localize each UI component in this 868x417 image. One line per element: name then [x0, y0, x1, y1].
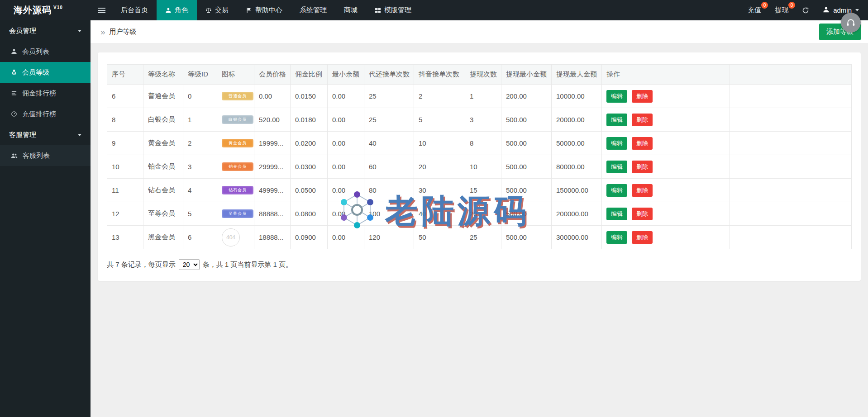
delete-button[interactable]: 删除 — [632, 184, 653, 197]
top-navbar: 海外源码 V10 后台首页角色交易帮助中心系统管理商城模版管理 充值 0 提现 … — [0, 0, 868, 20]
nav-item-系统管理[interactable]: 系统管理 — [291, 0, 335, 20]
refresh-icon[interactable] — [802, 7, 809, 14]
nav-item-帮助中心[interactable]: 帮助中心 — [237, 0, 291, 20]
cell-min_balance: 0.00 — [328, 108, 364, 132]
cell-wmax: 50000.00 — [552, 132, 602, 155]
table-row: 6普通会员0普通会员0.000.01500.002521200.0010000.… — [107, 85, 852, 108]
cell-wmin: 500.00 — [501, 155, 552, 179]
recharge-button[interactable]: 充值 0 — [748, 6, 761, 14]
nav-item-label: 商城 — [344, 6, 358, 14]
sidebar-item-label: 会员等级 — [22, 68, 49, 77]
menu-toggle-icon[interactable] — [91, 0, 112, 20]
level-badge-icon: 白银会员 — [222, 115, 253, 124]
delete-button[interactable]: 删除 — [632, 90, 653, 103]
withdraw-button[interactable]: 提现 0 — [775, 6, 788, 14]
breadcrumb-icon: » — [100, 28, 105, 36]
column-header: 等级ID — [183, 65, 217, 85]
edit-button[interactable]: 编辑 — [606, 208, 627, 220]
sidebar-item-会员列表[interactable]: 会员列表 — [0, 41, 91, 62]
cell-op: 编辑删除 — [602, 108, 730, 132]
customer-service-icon[interactable] — [841, 13, 861, 33]
edit-button[interactable]: 编辑 — [606, 184, 627, 197]
gauge-icon — [11, 111, 17, 117]
edit-button[interactable]: 编辑 — [606, 137, 627, 150]
cell-douyin: 50 — [414, 226, 465, 249]
column-header: 等级名称 — [143, 65, 183, 85]
cell-name: 普通会员 — [143, 85, 183, 108]
sidebar-group-label: 客服管理 — [9, 131, 36, 139]
cell-min_balance: 0.00 — [328, 179, 364, 202]
delete-button[interactable]: 删除 — [632, 208, 653, 220]
sidebar: 会员管理会员列表会员等级佣金排行榜充值排行榜客服管理客服列表 — [0, 20, 91, 417]
column-header: 图标 — [217, 65, 254, 85]
cell-douyin: 10 — [414, 132, 465, 155]
cell-douyin: 20 — [414, 155, 465, 179]
level-badge-icon: 黄金会员 — [222, 139, 253, 147]
cell-commission: 0.0800 — [291, 202, 328, 226]
sidebar-group-会员管理[interactable]: 会员管理 — [0, 20, 91, 41]
chevron-down-icon — [855, 9, 859, 11]
list-icon — [11, 90, 17, 96]
nav-item-角色[interactable]: 角色 — [157, 0, 197, 20]
column-header: 代还接单次数 — [364, 65, 414, 85]
cell-op: 编辑删除 — [602, 132, 730, 155]
nav-item-交易[interactable]: 交易 — [197, 0, 237, 20]
delete-button[interactable]: 删除 — [632, 161, 653, 173]
levels-table: 序号等级名称等级ID图标会员价格佣金比例最小余额代还接单次数抖音接单次数提现次数… — [107, 64, 852, 249]
cell-wtimes: 8 — [465, 132, 501, 155]
cell-level_id: 0 — [183, 85, 217, 108]
delete-button[interactable]: 删除 — [632, 114, 653, 126]
sidebar-item-佣金排行榜[interactable]: 佣金排行榜 — [0, 83, 91, 104]
delete-button[interactable]: 删除 — [632, 137, 653, 150]
nav-item-模版管理[interactable]: 模版管理 — [366, 0, 420, 20]
cell-wtimes: 3 — [465, 108, 501, 132]
level-badge-icon: 钻石会员 — [222, 186, 253, 194]
cell-no: 11 — [107, 179, 143, 202]
sidebar-item-充值排行榜[interactable]: 充值排行榜 — [0, 104, 91, 124]
sidebar-item-客服列表[interactable]: 客服列表 — [0, 145, 91, 166]
cell-min_balance: 0.00 — [328, 226, 364, 249]
cell-wtimes: 1 — [465, 85, 501, 108]
nav-item-后台首页[interactable]: 后台首页 — [112, 0, 157, 20]
sidebar-item-会员等级[interactable]: 会员等级 — [0, 62, 91, 83]
cell-wmax: 200000.00 — [552, 202, 602, 226]
cell-douyin: 2 — [414, 85, 465, 108]
cell-filler — [730, 85, 852, 108]
sidebar-item-label: 会员列表 — [22, 47, 49, 56]
cell-op: 编辑删除 — [602, 226, 730, 249]
column-header: 提现最大金额 — [552, 65, 602, 85]
pagination-suffix: 条，共 1 页当前显示第 1 页。 — [203, 261, 292, 269]
logo-version: V10 — [53, 5, 63, 10]
sidebar-group-客服管理[interactable]: 客服管理 — [0, 124, 91, 145]
edit-button[interactable]: 编辑 — [606, 90, 627, 103]
chevron-down-icon — [78, 30, 81, 32]
column-header: 会员价格 — [254, 65, 291, 85]
cell-price: 0.00 — [254, 85, 291, 108]
table-row: 12至尊会员5至尊会员88888...0.08000.001004020500.… — [107, 202, 852, 226]
cell-filler — [730, 155, 852, 179]
pagination-prefix: 共 7 条记录，每页显示 — [107, 261, 176, 269]
cell-wmax: 20000.00 — [552, 108, 602, 132]
column-header: 序号 — [107, 65, 143, 85]
cell-douyin: 5 — [414, 108, 465, 132]
cell-douyin: 40 — [414, 202, 465, 226]
nav-item-商城[interactable]: 商城 — [335, 0, 366, 20]
cell-badge: 普通会员 — [217, 85, 254, 108]
per-page-select[interactable]: 20 — [179, 259, 200, 270]
cell-wmin: 500.00 — [501, 179, 552, 202]
edit-button[interactable]: 编辑 — [606, 231, 627, 244]
cell-no: 9 — [107, 132, 143, 155]
cell-wmin: 200.00 — [501, 85, 552, 108]
cell-name: 钻石会员 — [143, 179, 183, 202]
delete-button[interactable]: 删除 — [632, 231, 653, 244]
cell-filler — [730, 132, 852, 155]
edit-button[interactable]: 编辑 — [606, 114, 627, 126]
cell-wmin: 500.00 — [501, 226, 552, 249]
cell-price: 19999... — [254, 132, 291, 155]
cell-badge: 白银会员 — [217, 108, 254, 132]
cell-badge: 黄金会员 — [217, 132, 254, 155]
edit-button[interactable]: 编辑 — [606, 161, 627, 173]
recharge-badge: 0 — [761, 2, 768, 9]
nav-item-label: 交易 — [215, 6, 229, 14]
cell-level_id: 4 — [183, 179, 217, 202]
